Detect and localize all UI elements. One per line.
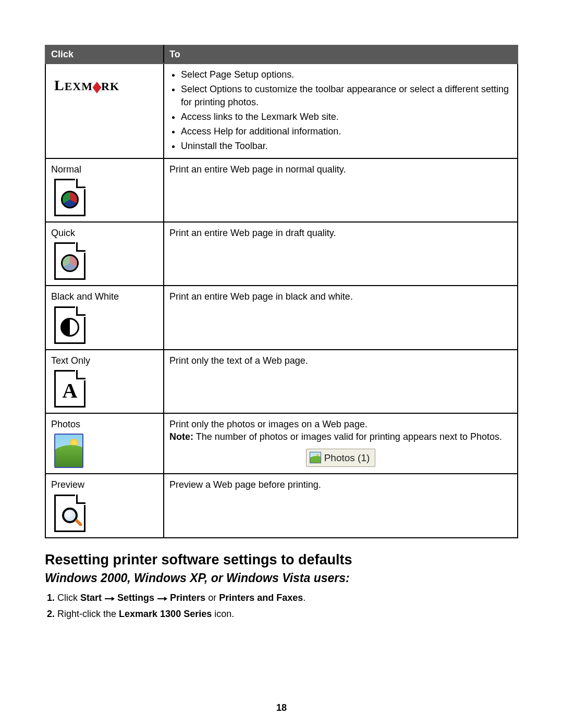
step2-prefix: Right-click the [57,609,119,619]
photos-mini-thumb-icon [310,452,321,463]
header-to: To [164,45,518,64]
table-row: Quick Print an entire Web page in draft … [45,222,518,286]
sub-heading: Windows 2000, Windows XP, or Windows Vis… [45,571,518,585]
click-cell-quick: Quick [45,222,164,286]
step1-prefix: Click [57,593,80,603]
lexmark-logo: LEXMRK [54,76,119,95]
click-cell-text: Text Only A [45,350,164,413]
step2-b1: Lexmark 1300 Series [119,609,212,619]
photos-desc: Print only the photos or images on a Web… [169,418,512,430]
svg-marker-1 [112,597,115,601]
table-row: Text Only A Print only the text of a Web… [45,350,518,413]
to-cell-quick: Print an entire Web page in draft qualit… [164,222,518,286]
step1-or: or [205,593,219,603]
text-only-icon: A [54,370,158,408]
note-label: Note: [169,431,193,442]
step1-suffix: . [303,593,305,603]
to-cell-photos: Print only the photos or images on a Web… [164,413,518,474]
photos-button-label: Photos (1) [324,451,370,465]
table-row: LEXMRK Select Page Setup options. Select… [45,64,518,158]
to-cell-lexmark: Select Page Setup options. Select Option… [164,64,518,158]
preview-icon [54,495,158,532]
click-label: Photos [51,418,158,430]
step2-suffix: icon. [212,609,234,619]
step-2: Right-click the Lexmark 1300 Series icon… [57,609,518,620]
lexmark-logo-part2: EXM [65,79,93,94]
click-cell-bw: Black and White [45,286,164,349]
to-cell-preview: Preview a Web page before printing. [164,474,518,537]
click-cell-preview: Preview [45,474,164,537]
step1-b4: Printers and Faxes [219,593,303,603]
header-click: Click [45,45,164,64]
bullet-item: Uninstall the Toolbar. [181,140,512,152]
to-cell-normal: Print an entire Web page in normal quali… [164,158,518,222]
page-number: 18 [0,702,563,713]
bullet-item: Access links to the Lexmark Web site. [181,110,512,123]
svg-marker-3 [164,597,167,601]
photos-count-button: Photos (1) [306,449,376,467]
table-row: Preview Preview a Web page before printi… [45,474,518,537]
arrow-right-icon [104,593,115,598]
bullet-item: Access Help for additional information. [181,125,512,138]
click-label: Normal [51,163,158,176]
table-row: Black and White Print an entire Web page… [45,286,518,349]
note-body: The number of photos or images valid for… [193,431,502,442]
steps-list: Click Start Settings Printers or Printer… [45,593,518,620]
step1-b3: Printers [170,593,205,603]
section-heading: Resetting printer software settings to d… [45,552,518,568]
lexmark-logo-part1: L [54,76,65,95]
bullet-item: Select Options to customize the toolbar … [181,83,512,108]
click-cell-photos: Photos [45,413,164,474]
arrow-right-icon [157,593,167,598]
black-and-white-icon [54,306,158,344]
bullet-item: Select Page Setup options. [181,68,512,81]
step1-b1: Start [80,593,102,603]
step-1: Click Start Settings Printers or Printer… [57,593,518,603]
lexmark-diamond-icon [93,82,102,94]
click-label: Black and White [51,290,158,303]
toolbar-options-table: Click To LEXMRK Select Page Setup option… [45,45,518,538]
document-page: Click To LEXMRK Select Page Setup option… [0,0,563,728]
photos-button-graphic: Photos (1) [169,449,512,467]
table-row: Photos Print only the photos or images o… [45,413,518,474]
photos-icon [54,434,158,468]
click-label: Quick [51,227,158,239]
step1-b2: Settings [117,593,154,603]
click-cell-lexmark: LEXMRK [45,64,164,158]
photos-note: Note: The number of photos or images val… [169,430,512,443]
quick-quality-icon [54,242,158,280]
table-header-row: Click To [45,45,518,64]
to-cell-text: Print only the text of a Web page. [164,350,518,413]
click-cell-normal: Normal [45,158,164,222]
normal-quality-icon [54,179,158,216]
to-cell-bw: Print an entire Web page in black and wh… [164,286,518,349]
lexmark-bullets: Select Page Setup options. Select Option… [169,68,512,153]
lexmark-logo-part3: RK [101,79,119,94]
table-row: Normal Print an entire Web page in norma… [45,158,518,222]
click-label: Preview [51,478,158,491]
click-label: Text Only [51,354,158,367]
